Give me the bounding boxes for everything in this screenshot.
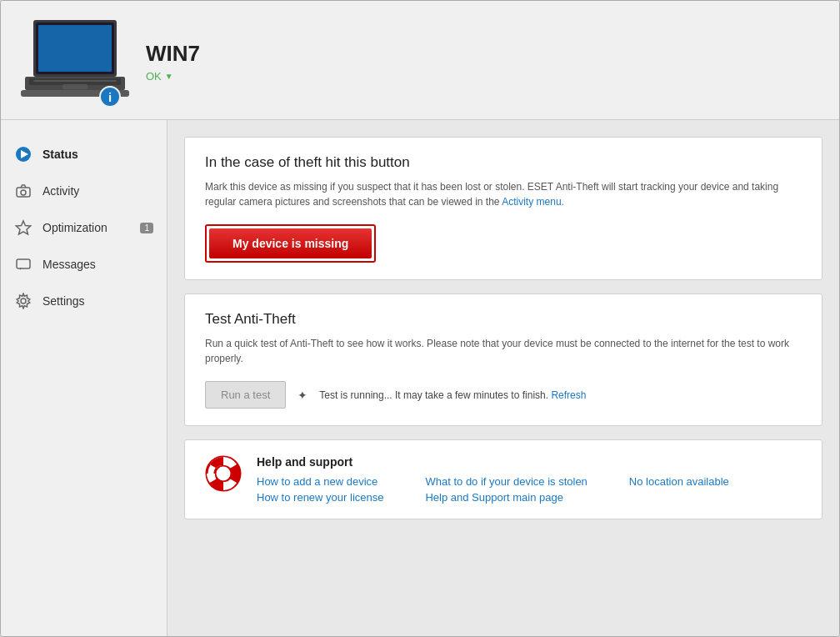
sidebar-item-messages[interactable]: Messages — [1, 247, 167, 282]
sidebar-item-settings[interactable]: Settings — [1, 283, 167, 318]
sidebar-label-activity: Activity — [42, 184, 79, 198]
test-card: Test Anti-Theft Run a quick test of Anti… — [184, 293, 822, 426]
sidebar-label-optimization: Optimization — [42, 221, 108, 234]
device-info: WIN7 OK ▼ — [146, 41, 200, 83]
activity-menu-link[interactable]: Activity menu — [502, 196, 561, 208]
device-name: WIN7 — [146, 41, 200, 67]
help-link-add-device[interactable]: How to add a new device — [257, 475, 383, 488]
test-status-text: Test is running... It may take a few min… — [319, 389, 586, 401]
sidebar-label-status: Status — [42, 148, 78, 161]
sidebar-item-status[interactable]: Status — [1, 137, 167, 172]
theft-desc-after: . — [562, 196, 564, 208]
test-card-title: Test Anti-Theft — [205, 311, 802, 328]
help-col-2: What to do if your device is stolen Help… — [425, 475, 587, 504]
camera-icon — [14, 182, 32, 200]
spinner-icon: ✦ — [298, 389, 308, 402]
run-test-button[interactable]: Run a test — [205, 381, 286, 409]
theft-card-desc: Mark this device as missing if you suspe… — [205, 179, 802, 209]
sidebar-label-messages: Messages — [42, 258, 96, 271]
help-link-no-location[interactable]: No location available — [629, 475, 729, 488]
missing-btn-wrap: My device is missing — [205, 224, 376, 263]
svg-point-11 — [21, 190, 26, 195]
help-link-stolen-device[interactable]: What to do if your device is stolen — [425, 475, 587, 488]
missing-device-button[interactable]: My device is missing — [209, 228, 372, 258]
test-row: Run a test ✦ Test is running... It may t… — [205, 381, 802, 409]
sidebar-item-optimization[interactable]: Optimization 1 — [1, 210, 167, 245]
header: i WIN7 OK ▼ — [1, 1, 839, 120]
help-title: Help and support — [257, 455, 729, 469]
gear-icon — [14, 292, 32, 310]
device-status: OK ▼ — [146, 70, 200, 83]
app-window: i WIN7 OK ▼ Status — [0, 0, 840, 637]
help-icon — [205, 455, 242, 492]
sidebar-label-settings: Settings — [42, 294, 85, 308]
info-badge: i — [99, 86, 121, 108]
svg-rect-2 — [38, 25, 112, 72]
svg-point-16 — [215, 465, 232, 482]
status-arrow[interactable]: ▼ — [165, 72, 173, 81]
svg-rect-5 — [33, 80, 117, 82]
help-link-renew-license[interactable]: How to renew your license — [257, 491, 383, 504]
sidebar-item-activity[interactable]: Activity — [1, 173, 167, 208]
theft-card: In the case of theft hit this button Mar… — [184, 137, 822, 280]
svg-rect-13 — [17, 259, 30, 268]
theft-desc-text: Mark this device as missing if you suspe… — [205, 181, 778, 208]
test-card-desc: Run a quick test of Anti-Theft to see ho… — [205, 336, 802, 366]
body: Status Activity Optimization 1 — [1, 120, 839, 636]
help-content: Help and support How to add a new device… — [257, 455, 729, 504]
main-content: In the case of theft hit this button Mar… — [168, 120, 839, 636]
optimization-badge: 1 — [140, 223, 153, 233]
device-icon-wrap: i — [21, 16, 129, 108]
help-card: Help and support How to add a new device… — [184, 439, 822, 519]
help-link-support-main[interactable]: Help and Support main page — [425, 491, 587, 504]
refresh-link[interactable]: Refresh — [551, 389, 586, 401]
svg-point-14 — [21, 298, 26, 303]
svg-rect-7 — [62, 84, 88, 89]
help-col-1: How to add a new device How to renew you… — [257, 475, 383, 504]
svg-marker-12 — [17, 221, 31, 234]
sidebar: Status Activity Optimization 1 — [1, 120, 168, 636]
help-links: How to add a new device How to renew you… — [257, 475, 729, 504]
chat-icon — [14, 255, 32, 273]
help-col-3: No location available — [629, 475, 729, 504]
status-label: OK — [146, 70, 162, 83]
theft-card-title: In the case of theft hit this button — [205, 154, 802, 171]
play-icon — [14, 145, 32, 163]
star-icon — [14, 218, 32, 237]
